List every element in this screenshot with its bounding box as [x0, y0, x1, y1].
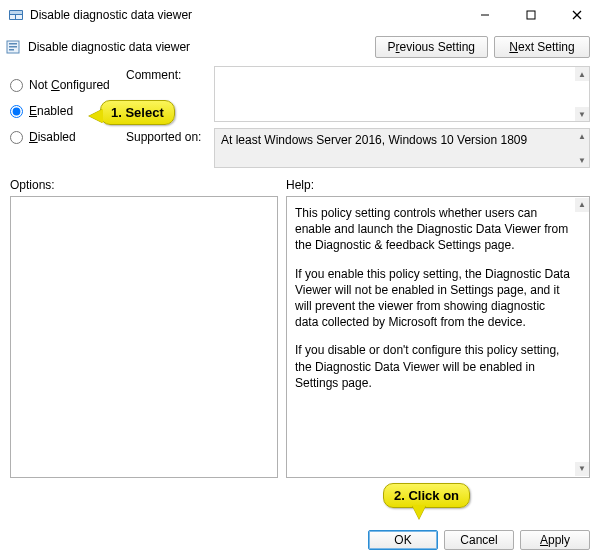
scroll-up-icon[interactable]: ▲	[575, 67, 589, 81]
previous-setting-button[interactable]: Previous Setting	[375, 36, 488, 58]
supported-on-label: Supported on:	[126, 128, 208, 168]
dialog-footer: OK Cancel Apply	[368, 530, 590, 550]
radio-disabled-input[interactable]	[10, 131, 23, 144]
supported-on-textbox: At least Windows Server 2016, Windows 10…	[214, 128, 590, 168]
scroll-down-icon[interactable]: ▼	[575, 153, 589, 167]
policy-title: Disable diagnostic data viewer	[28, 40, 369, 54]
radio-not-configured-label: Not Configured	[29, 78, 110, 92]
svg-rect-3	[16, 15, 22, 19]
window-titlebar: Disable diagnostic data viewer	[0, 0, 600, 30]
options-label: Options:	[10, 178, 286, 192]
svg-rect-5	[527, 11, 535, 19]
window-minimize-button[interactable]	[462, 0, 508, 30]
svg-rect-1	[10, 11, 22, 14]
annotation-text: 2. Click on	[394, 488, 459, 503]
comment-textbox[interactable]: ▲ ▼	[214, 66, 590, 122]
svg-rect-2	[10, 15, 15, 19]
radio-disabled-label: Disabled	[29, 130, 76, 144]
help-paragraph: If you enable this policy setting, the D…	[295, 266, 571, 331]
help-paragraph: This policy setting controls whether use…	[295, 205, 571, 254]
svg-rect-9	[9, 43, 17, 45]
cancel-button[interactable]: Cancel	[444, 530, 514, 550]
app-icon	[8, 7, 24, 23]
help-pane: This policy setting controls whether use…	[286, 196, 590, 478]
ok-button[interactable]: OK	[368, 530, 438, 550]
radio-not-configured[interactable]: Not Configured	[10, 72, 118, 98]
window-maximize-button[interactable]	[508, 0, 554, 30]
radio-disabled[interactable]: Disabled	[10, 124, 118, 150]
radio-enabled-label: Enabled	[29, 104, 73, 118]
window-title: Disable diagnostic data viewer	[30, 8, 462, 22]
annotation-callout-2: 2. Click on	[383, 483, 470, 508]
supported-on-value: At least Windows Server 2016, Windows 10…	[221, 133, 527, 147]
policy-icon	[6, 39, 22, 55]
annotation-text: 1. Select	[111, 105, 164, 120]
annotation-callout-1: 1. Select	[100, 100, 175, 125]
apply-button[interactable]: Apply	[520, 530, 590, 550]
svg-rect-10	[9, 46, 17, 48]
help-label: Help:	[286, 178, 590, 192]
scroll-down-icon[interactable]: ▼	[575, 462, 589, 476]
svg-rect-11	[9, 49, 14, 51]
radio-enabled-input[interactable]	[10, 105, 23, 118]
window-close-button[interactable]	[554, 0, 600, 30]
scroll-up-icon[interactable]: ▲	[575, 198, 589, 212]
options-pane	[10, 196, 278, 478]
next-setting-button[interactable]: Next Setting	[494, 36, 590, 58]
scroll-down-icon[interactable]: ▼	[575, 107, 589, 121]
callout-tail-icon	[412, 505, 426, 519]
help-paragraph: If you disable or don't configure this p…	[295, 342, 571, 391]
radio-not-configured-input[interactable]	[10, 79, 23, 92]
callout-tail-icon	[89, 109, 103, 123]
scroll-up-icon[interactable]: ▲	[575, 129, 589, 143]
policy-header: Disable diagnostic data viewer Previous …	[0, 30, 600, 64]
